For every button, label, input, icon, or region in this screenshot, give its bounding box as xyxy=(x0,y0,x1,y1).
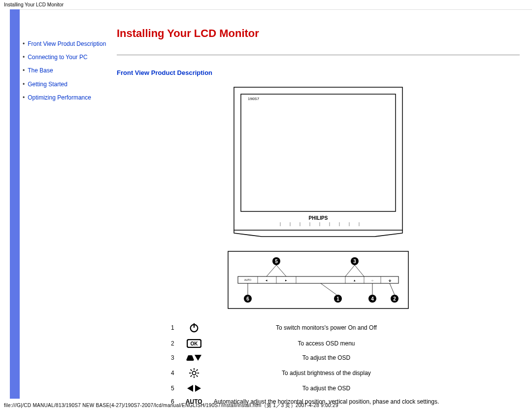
legend-table: 1 To switch monitors's power On and Off … xyxy=(166,319,444,408)
power-icon xyxy=(179,319,209,336)
sidebar-item-label: Front View Produt Description xyxy=(28,39,106,49)
sidebar-item-base[interactable]: • The Base xyxy=(23,66,109,75)
svg-line-57 xyxy=(190,376,192,377)
legend-row: 3 To adjust the OSD xyxy=(166,351,444,365)
brightness-icon xyxy=(179,365,209,381)
sidebar-nav: • Front View Produt Description • Connec… xyxy=(20,10,112,399)
legend-desc: To adjust the OSD xyxy=(209,381,444,395)
legend-num: 6 xyxy=(166,395,179,408)
svg-line-55 xyxy=(190,370,192,371)
updown-icon xyxy=(179,351,209,365)
svg-text:◂: ◂ xyxy=(266,278,267,282)
legend-num: 5 xyxy=(166,381,179,395)
main-content: Installing Your LCD Monitor Front View P… xyxy=(112,10,532,399)
legend-row: 5 To adjust the OSD xyxy=(166,381,444,395)
legend-desc: To adjust brightness of the display xyxy=(209,365,444,381)
svg-marker-60 xyxy=(195,385,201,392)
svg-text:☼: ☼ xyxy=(371,279,374,282)
svg-rect-14 xyxy=(238,276,399,283)
svg-line-58 xyxy=(196,370,198,371)
svg-point-50 xyxy=(192,371,196,375)
legend-row: 4 To adjust brightness of the display xyxy=(166,365,444,381)
svg-text:4: 4 xyxy=(371,296,374,302)
sidebar-item-connecting[interactable]: • Connecting to Your PC xyxy=(23,53,109,62)
svg-rect-1 xyxy=(241,94,396,211)
bullet-icon: • xyxy=(23,53,25,62)
sidebar-item-label: The Base xyxy=(28,66,53,75)
svg-text:5: 5 xyxy=(275,259,278,264)
button-panel-diagram: AUTO ◂ ▸ ▴ ☼ ⏻ 5 3 xyxy=(227,250,409,309)
legend-num: 2 xyxy=(166,336,179,351)
sidebar-item-label: Getting Started xyxy=(28,80,67,89)
bullet-icon: • xyxy=(23,66,25,75)
svg-line-56 xyxy=(196,376,198,377)
svg-text:⏻: ⏻ xyxy=(389,279,391,282)
sidebar-item-getting-started[interactable]: • Getting Started xyxy=(23,80,109,89)
svg-text:AUTO: AUTO xyxy=(244,278,251,281)
svg-text:▴: ▴ xyxy=(354,278,356,282)
svg-marker-59 xyxy=(187,385,193,392)
legend-row: 1 To switch monitors's power On and Off xyxy=(166,319,444,336)
legend-num: 1 xyxy=(166,319,179,336)
svg-text:3: 3 xyxy=(353,259,356,264)
sidebar-item-front-view[interactable]: • Front View Produt Description xyxy=(23,39,109,49)
legend-row: 6 AUTO Automatically adjust the horizont… xyxy=(166,395,444,408)
sidebar-item-label: Optimizing Performance xyxy=(28,93,91,103)
divider xyxy=(117,55,520,55)
legend-num: 3 xyxy=(166,351,179,365)
legend-num: 4 xyxy=(166,365,179,381)
svg-text:6: 6 xyxy=(246,296,249,302)
legend-desc: Automatically adjust the horizontal posi… xyxy=(209,395,444,408)
section-heading: Front View Product Description xyxy=(117,69,520,76)
svg-text:PHILIPS: PHILIPS xyxy=(309,215,328,221)
ok-icon: OK xyxy=(179,336,209,351)
bullet-icon: • xyxy=(23,93,25,103)
svg-text:190S7: 190S7 xyxy=(248,97,260,101)
header-breadcrumb: Installing Your LCD Monitor xyxy=(0,0,532,9)
auto-icon: AUTO xyxy=(179,395,209,408)
svg-text:OK: OK xyxy=(190,341,198,346)
bullet-icon: • xyxy=(23,80,25,89)
left-accent-bar xyxy=(10,9,20,399)
sidebar-item-optimizing[interactable]: • Optimizing Performance xyxy=(23,93,109,103)
legend-row: 2 OK To access OSD menu xyxy=(166,336,444,351)
svg-text:2: 2 xyxy=(393,296,396,302)
bullet-icon: • xyxy=(23,39,25,49)
legend-desc: To switch monitors's power On and Off xyxy=(209,319,444,336)
svg-text:1: 1 xyxy=(336,296,339,302)
legend-desc: To adjust the OSD xyxy=(209,351,444,365)
svg-text:▸: ▸ xyxy=(285,278,287,282)
leftright-icon xyxy=(179,381,209,395)
monitor-diagram: 190S7 PHILIPS xyxy=(232,85,404,238)
legend-desc: To access OSD menu xyxy=(209,336,444,351)
svg-marker-49 xyxy=(195,355,201,361)
sidebar-item-label: Connecting to Your PC xyxy=(28,53,87,62)
page-title: Installing Your LCD Monitor xyxy=(117,27,520,40)
